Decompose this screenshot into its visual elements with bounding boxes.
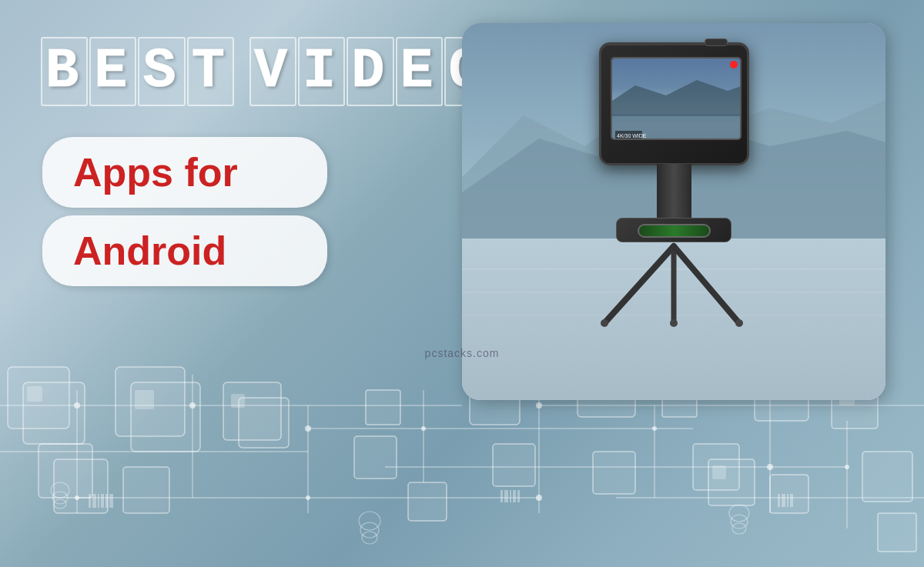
svg-point-48 — [421, 426, 426, 431]
title-char-b: B — [41, 37, 88, 106]
svg-rect-30 — [593, 452, 635, 494]
title-char-v: V — [249, 37, 296, 106]
svg-point-96 — [601, 319, 608, 327]
svg-point-46 — [189, 402, 196, 409]
title-char-s: S — [138, 37, 185, 106]
svg-rect-78 — [787, 494, 788, 507]
svg-rect-69 — [105, 494, 108, 508]
title-char-i: I — [298, 37, 345, 106]
apps-for-pill: Apps for — [42, 137, 327, 208]
svg-rect-26 — [408, 482, 447, 521]
svg-rect-74 — [513, 490, 516, 502]
title-char-e: E — [89, 37, 136, 106]
svg-rect-25 — [366, 390, 400, 425]
svg-rect-73 — [510, 490, 511, 502]
svg-rect-75 — [517, 490, 520, 502]
title-char-t: T — [187, 37, 234, 106]
svg-rect-67 — [98, 494, 99, 508]
svg-rect-77 — [782, 494, 785, 507]
svg-rect-40 — [135, 390, 154, 409]
svg-rect-65 — [89, 494, 91, 508]
svg-text:4K/30 WIDE: 4K/30 WIDE — [617, 133, 647, 138]
svg-point-53 — [75, 495, 79, 500]
tripod-legs — [589, 242, 758, 327]
svg-rect-41 — [231, 394, 245, 408]
svg-point-47 — [305, 425, 311, 432]
svg-rect-28 — [493, 444, 535, 486]
svg-point-98 — [735, 319, 743, 327]
svg-rect-79 — [790, 494, 793, 507]
camera-mount-arm — [657, 164, 691, 218]
svg-point-97 — [670, 319, 678, 327]
svg-line-93 — [604, 246, 674, 323]
svg-rect-71 — [500, 490, 503, 502]
svg-rect-72 — [504, 490, 508, 502]
svg-point-54 — [306, 495, 310, 500]
svg-point-45 — [74, 402, 80, 409]
svg-rect-68 — [101, 494, 104, 508]
apps-for-text: Apps for — [73, 150, 238, 195]
svg-line-95 — [674, 246, 739, 323]
watermark-text: pcstacks.com — [425, 347, 500, 359]
svg-rect-43 — [712, 465, 726, 479]
title-char-d: D — [346, 37, 393, 106]
svg-point-62 — [729, 505, 749, 522]
svg-point-59 — [359, 512, 380, 530]
android-pill: Android — [42, 215, 327, 286]
svg-point-49 — [536, 402, 542, 409]
svg-point-55 — [536, 495, 542, 501]
svg-rect-18 — [54, 459, 108, 513]
svg-rect-37 — [862, 452, 912, 502]
camera-screen: 4K/30 WIDE — [611, 57, 742, 140]
camera-level-bubble — [638, 224, 711, 238]
main-background: BESTVIDEO Apps for Android — [0, 0, 924, 567]
svg-rect-35 — [770, 475, 808, 513]
svg-rect-38 — [878, 513, 916, 552]
camera-body: 4K/30 WIDE — [599, 42, 749, 165]
camera-mount-base — [616, 218, 732, 242]
title-char-e2: E — [396, 37, 443, 106]
svg-rect-24 — [354, 436, 397, 479]
main-title: BESTVIDEO — [40, 37, 492, 106]
camera-background: 4K/30 WIDE — [462, 23, 886, 400]
camera-image-container: 4K/30 WIDE — [462, 23, 886, 400]
svg-point-90 — [730, 61, 738, 68]
svg-rect-76 — [778, 494, 780, 507]
svg-rect-70 — [109, 494, 113, 508]
svg-point-50 — [652, 426, 657, 431]
svg-rect-21 — [123, 467, 169, 513]
svg-point-52 — [845, 465, 849, 469]
svg-rect-39 — [27, 386, 42, 402]
watermark: pcstacks.com — [425, 347, 500, 359]
camera-device: 4K/30 WIDE — [589, 42, 758, 329]
android-text: Android — [73, 228, 226, 273]
svg-rect-66 — [92, 494, 96, 508]
svg-point-51 — [767, 464, 773, 470]
svg-rect-23 — [239, 398, 289, 448]
